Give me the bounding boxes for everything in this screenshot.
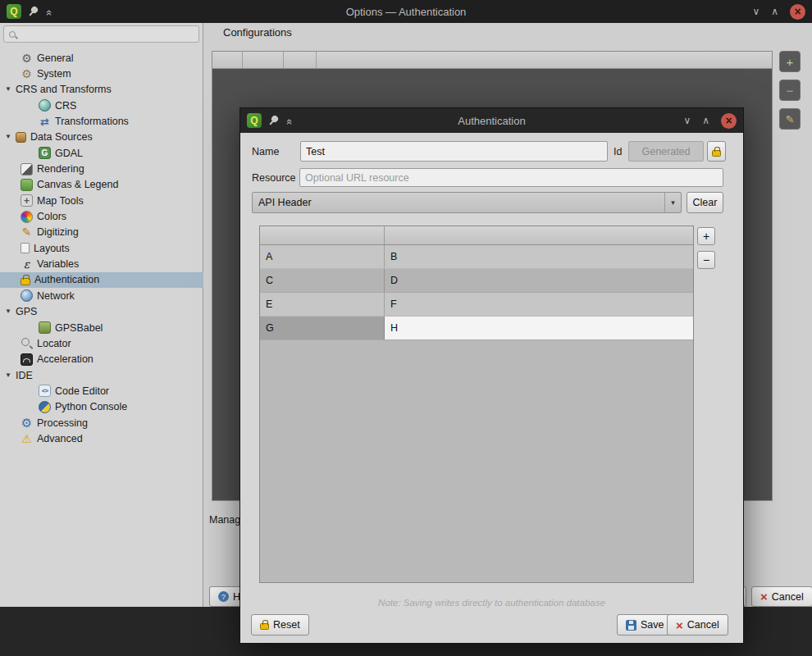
header-key-cell[interactable]: A: [260, 245, 385, 268]
header-table-rows: A B C D E F G H: [260, 245, 693, 340]
dialog-title: Authentication: [345, 115, 638, 127]
header-value-cell[interactable]: B: [385, 245, 693, 268]
sidebar-item-general[interactable]: General: [0, 50, 203, 66]
item-icon: [21, 179, 33, 191]
item-icon: [39, 147, 51, 159]
sidebar-item-gdal[interactable]: GDAL: [0, 145, 203, 161]
collapse-icon[interactable]: [285, 118, 295, 122]
header-key-cell[interactable]: G: [260, 317, 385, 339]
dialog-cancel-button[interactable]: Cancel: [667, 614, 728, 636]
item-label: General: [37, 52, 73, 64]
expander-icon[interactable]: [5, 134, 16, 140]
sidebar-item-layouts[interactable]: Layouts: [0, 240, 203, 256]
sidebar-item-authentication[interactable]: Authentication: [0, 272, 203, 288]
expander-icon[interactable]: [5, 86, 16, 93]
item-icon: [21, 68, 33, 80]
sidebar-item-gps[interactable]: GPS: [0, 304, 203, 320]
item-icon: [21, 289, 33, 302]
sidebar-item-locator[interactable]: Locator: [0, 335, 203, 351]
item-icon: [39, 401, 51, 413]
header-key-cell[interactable]: C: [260, 269, 385, 292]
header-table-row[interactable]: A B: [260, 245, 693, 269]
authentication-dialog: Authentication Name Id Generated Resourc…: [239, 107, 744, 644]
sidebar-item-ide[interactable]: IDE: [0, 367, 203, 383]
column-header[interactable]: [317, 52, 772, 68]
resource-input[interactable]: [299, 168, 723, 187]
unshade-icon[interactable]: [702, 116, 709, 125]
expander-icon[interactable]: [5, 372, 16, 379]
header-value-cell[interactable]: H: [385, 317, 693, 339]
cancel-x-icon: [760, 590, 768, 603]
sidebar-item-colors[interactable]: Colors: [0, 208, 203, 224]
shade-icon[interactable]: [752, 7, 760, 16]
reset-button[interactable]: Reset: [251, 614, 309, 636]
clear-button[interactable]: Clear: [687, 192, 723, 213]
sidebar-item-advanced[interactable]: Advanced: [0, 430, 203, 446]
sidebar-item-crs-and-transforms[interactable]: CRS and Transforms: [0, 82, 203, 98]
sidebar: General System CRS and Transforms CRS Tr…: [0, 23, 203, 607]
sidebar-item-data-sources[interactable]: Data Sources: [0, 130, 203, 145]
header-value-cell[interactable]: D: [385, 269, 693, 292]
column-header[interactable]: [243, 52, 284, 68]
dialog-close-button[interactable]: [721, 113, 737, 129]
column-header[interactable]: [212, 52, 243, 68]
unshade-icon[interactable]: [771, 7, 778, 16]
sidebar-item-crs[interactable]: CRS: [0, 98, 203, 113]
sidebar-item-system[interactable]: System: [0, 66, 203, 81]
sidebar-item-network[interactable]: Network: [0, 288, 203, 303]
sidebar-item-map-tools[interactable]: Map Tools: [0, 193, 203, 208]
remove-header-button[interactable]: −: [697, 251, 715, 269]
config-button-edit-configuration[interactable]: ✎: [779, 108, 801, 130]
column-header[interactable]: [284, 52, 317, 68]
method-select[interactable]: API Header: [252, 192, 682, 213]
header-column[interactable]: [260, 226, 385, 244]
sidebar-item-transformations[interactable]: Transformations: [0, 113, 203, 129]
config-button-add-configuration[interactable]: +: [779, 51, 801, 72]
item-label: Acceleration: [37, 353, 94, 365]
header-value-cell[interactable]: F: [385, 293, 693, 316]
sidebar-item-acceleration[interactable]: Acceleration: [0, 352, 203, 367]
save-button[interactable]: Save: [617, 614, 673, 636]
id-lock-button[interactable]: [707, 141, 726, 162]
item-icon: [21, 194, 33, 207]
cancel-button-label: Cancel: [772, 591, 804, 603]
close-button[interactable]: [790, 4, 805, 20]
item-label: Code Editor: [55, 385, 109, 397]
add-header-button[interactable]: +: [697, 227, 715, 245]
header-key-cell[interactable]: E: [260, 293, 385, 316]
name-input[interactable]: [300, 141, 608, 162]
sidebar-search[interactable]: [3, 25, 199, 43]
header-table-row[interactable]: G H: [260, 317, 693, 340]
pin-icon[interactable]: [30, 5, 39, 14]
sidebar-item-canvas-legend[interactable]: Canvas & Legend: [0, 177, 203, 193]
sidebar-item-variables[interactable]: Variables: [0, 256, 203, 271]
reset-button-label: Reset: [273, 619, 300, 631]
item-label: Processing: [37, 417, 88, 429]
header-table[interactable]: A B C D E F G H: [259, 226, 694, 583]
item-icon: [21, 337, 33, 349]
dialog-titlebar-left: [247, 113, 345, 128]
collapse-icon[interactable]: [44, 9, 55, 13]
pin-icon[interactable]: [270, 114, 279, 123]
id-generated-field: Generated: [628, 141, 704, 162]
expander-icon[interactable]: [5, 308, 16, 315]
sidebar-item-rendering[interactable]: Rendering: [0, 161, 203, 176]
sidebar-item-python-console[interactable]: Python Console: [0, 399, 203, 415]
header-column[interactable]: [385, 226, 693, 244]
save-disk-icon: [626, 620, 636, 631]
shade-icon[interactable]: [683, 116, 691, 125]
padlock-icon: [712, 150, 721, 157]
sidebar-item-digitizing[interactable]: Digitizing: [0, 225, 203, 240]
titlebar-right: [666, 4, 805, 20]
item-label: IDE: [16, 370, 33, 381]
sidebar-item-processing[interactable]: Processing: [0, 415, 203, 430]
config-button-remove-configuration[interactable]: −: [779, 80, 801, 101]
sidebar-item-code-editor[interactable]: Code Editor: [0, 383, 203, 399]
item-icon: [39, 116, 51, 128]
cancel-button[interactable]: Cancel: [751, 586, 812, 607]
search-input[interactable]: [20, 29, 194, 40]
item-icon: [39, 385, 51, 397]
header-table-row[interactable]: C D: [260, 269, 693, 293]
sidebar-item-gpsbabel[interactable]: GPSBabel: [0, 320, 203, 335]
header-table-row[interactable]: E F: [260, 293, 693, 317]
